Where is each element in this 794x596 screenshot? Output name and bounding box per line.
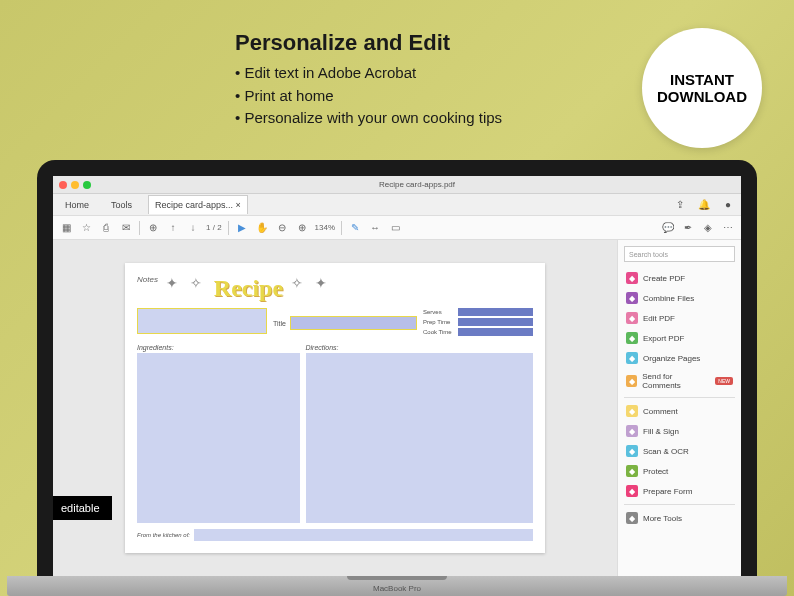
directions-input[interactable] <box>306 353 534 523</box>
ingredients-input[interactable] <box>137 353 300 523</box>
zoom-level[interactable]: 134% <box>315 223 335 232</box>
fit-width-icon[interactable]: ↔ <box>368 221 382 235</box>
acrobat-window: Recipe card-apps.pdf Home Tools Recipe c… <box>53 176 741 576</box>
bell-icon[interactable]: 🔔 <box>697 198 711 212</box>
tool-edit-pdf[interactable]: ◆Edit PDF <box>624 308 735 328</box>
close-icon[interactable] <box>59 181 67 189</box>
tool-comment[interactable]: ◆Comment <box>624 401 735 421</box>
organize-icon: ◆ <box>626 352 638 364</box>
window-title: Recipe card-apps.pdf <box>99 180 735 189</box>
document-canvas[interactable]: Artemis editable Notes ✦ ✧ Recipe ✧ ✦ <box>53 240 617 576</box>
laptop-base: MacBook Pro <box>7 576 787 596</box>
tool-export-pdf[interactable]: ◆Export PDF <box>624 328 735 348</box>
find-icon[interactable]: ⊕ <box>146 221 160 235</box>
tool-label: Scan & OCR <box>643 447 689 456</box>
tool-label: Organize Pages <box>643 354 700 363</box>
page-up-icon[interactable]: ↑ <box>166 221 180 235</box>
minimize-icon[interactable] <box>71 181 79 189</box>
serves-input[interactable] <box>458 308 533 316</box>
protect-icon: ◆ <box>626 465 638 477</box>
comment-icon: ◆ <box>626 405 638 417</box>
bullet-item: Print at home <box>235 85 502 108</box>
stamp-tool-icon[interactable]: ◈ <box>701 221 715 235</box>
sparkle-icon: ✧ ✦ <box>291 275 331 291</box>
laptop-mockup: Recipe card-apps.pdf Home Tools Recipe c… <box>37 160 757 596</box>
sparkle-icon: ✦ ✧ <box>166 275 206 291</box>
more-tool-icon[interactable]: ⋯ <box>721 221 735 235</box>
tool-label: Protect <box>643 467 668 476</box>
notes-label: Notes <box>137 275 158 284</box>
directions-label: Directions: <box>306 344 534 351</box>
print-icon[interactable]: ⎙ <box>99 221 113 235</box>
tool-label: Send for Comments <box>642 372 708 390</box>
tool-label: Prepare Form <box>643 487 692 496</box>
prep-label: Prep Time <box>423 319 455 325</box>
tool-prepare-form[interactable]: ◆Prepare Form <box>624 481 735 501</box>
tool-combine-files[interactable]: ◆Combine Files <box>624 288 735 308</box>
zoom-in-icon[interactable]: ⊕ <box>295 221 309 235</box>
create-icon: ◆ <box>626 272 638 284</box>
recipe-script-title: Recipe <box>214 275 283 302</box>
prep-input[interactable] <box>458 318 533 326</box>
hand-tool-icon[interactable]: ✋ <box>255 221 269 235</box>
zoom-out-icon[interactable]: ⊖ <box>275 221 289 235</box>
toolbar: ▦ ☆ ⎙ ✉ ⊕ ↑ ↓ 1 / 2 ▶ ✋ ⊖ ⊕ 134% ✎ ↔ <box>53 216 741 240</box>
ingredients-label: Ingredients: <box>137 344 300 351</box>
tool-more-tools[interactable]: ◆More Tools <box>624 508 735 528</box>
share-icon[interactable]: ⇪ <box>673 198 687 212</box>
sign-tool-icon[interactable]: ✒ <box>681 221 695 235</box>
export-icon: ◆ <box>626 332 638 344</box>
tab-bar: Home Tools Recipe card-apps... × ⇪ 🔔 ● <box>53 194 741 216</box>
maximize-icon[interactable] <box>83 181 91 189</box>
select-tool-icon[interactable]: ▶ <box>235 221 249 235</box>
bullet-list: Edit text in Adobe Acrobat Print at home… <box>235 62 502 130</box>
tool-send-for-comments[interactable]: ◆Send for CommentsNEW <box>624 368 735 394</box>
tab-file[interactable]: Recipe card-apps... × <box>148 195 248 214</box>
tab-home[interactable]: Home <box>59 196 95 214</box>
new-badge: NEW <box>715 377 733 385</box>
headline: Personalize and Edit <box>235 30 450 56</box>
tab-tools[interactable]: Tools <box>105 196 138 214</box>
from-kitchen-input[interactable] <box>194 529 533 541</box>
notes-input[interactable] <box>137 308 267 334</box>
tool-create-pdf[interactable]: ◆Create PDF <box>624 268 735 288</box>
tool-scan-ocr[interactable]: ◆Scan & OCR <box>624 441 735 461</box>
mail-icon[interactable]: ✉ <box>119 221 133 235</box>
edit-icon: ◆ <box>626 312 638 324</box>
recipe-card-page: Notes ✦ ✧ Recipe ✧ ✦ Title <box>125 263 545 553</box>
bullet-item: Edit text in Adobe Acrobat <box>235 62 502 85</box>
read-mode-icon[interactable]: ▭ <box>388 221 402 235</box>
tools-sidebar: Search tools ◆Create PDF◆Combine Files◆E… <box>617 240 741 576</box>
search-tools-input[interactable]: Search tools <box>624 246 735 262</box>
user-icon[interactable]: ● <box>721 198 735 212</box>
comment-tool-icon[interactable]: 💬 <box>661 221 675 235</box>
star-icon[interactable]: ☆ <box>79 221 93 235</box>
instant-download-badge: INSTANT DOWNLOAD <box>642 28 762 148</box>
tool-fill-sign[interactable]: ◆Fill & Sign <box>624 421 735 441</box>
scan-icon: ◆ <box>626 445 638 457</box>
combine-icon: ◆ <box>626 292 638 304</box>
tool-label: Comment <box>643 407 678 416</box>
more-icon: ◆ <box>626 512 638 524</box>
prepare-icon: ◆ <box>626 485 638 497</box>
serves-label: Serves <box>423 309 455 315</box>
send-icon: ◆ <box>626 375 637 387</box>
tool-organize-pages[interactable]: ◆Organize Pages <box>624 348 735 368</box>
editable-tag: editable <box>53 496 112 520</box>
title-input[interactable] <box>290 316 417 330</box>
title-label: Title <box>273 320 286 327</box>
tool-protect[interactable]: ◆Protect <box>624 461 735 481</box>
cook-input[interactable] <box>458 328 533 336</box>
page-indicator: 1 / 2 <box>206 223 222 232</box>
sidebar-toggle-icon[interactable]: ▦ <box>59 221 73 235</box>
from-kitchen-label: From the kitchen of: <box>137 532 190 538</box>
tool-label: Export PDF <box>643 334 684 343</box>
fill-icon: ◆ <box>626 425 638 437</box>
bullet-item: Personalize with your own cooking tips <box>235 107 502 130</box>
window-titlebar: Recipe card-apps.pdf <box>53 176 741 194</box>
cook-label: Cook Time <box>423 329 455 335</box>
highlight-icon[interactable]: ✎ <box>348 221 362 235</box>
page-down-icon[interactable]: ↓ <box>186 221 200 235</box>
tool-label: Combine Files <box>643 294 694 303</box>
tool-label: Edit PDF <box>643 314 675 323</box>
